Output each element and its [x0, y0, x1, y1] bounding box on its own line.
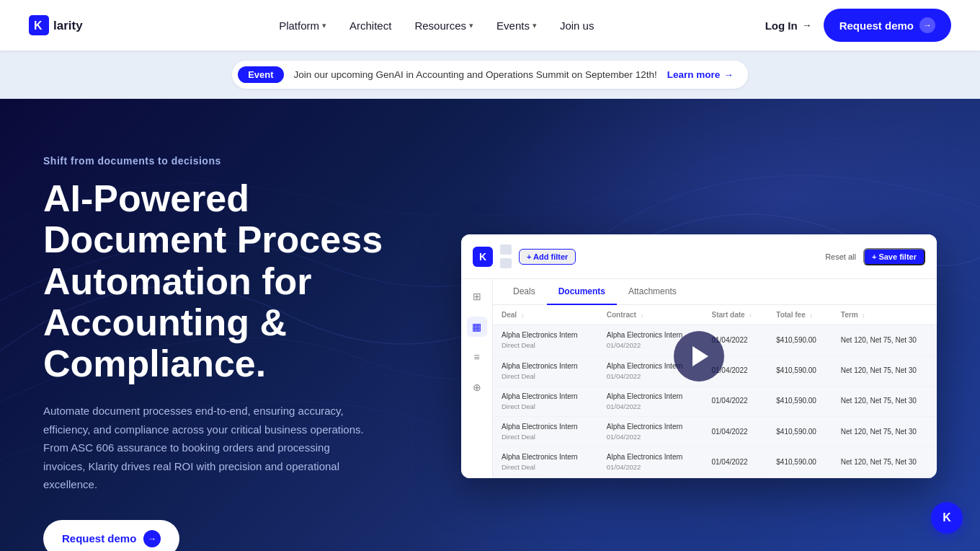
cell-total-fee: $410,590.00	[767, 325, 832, 356]
dashboard-tabs: Deals Documents Attachments	[493, 279, 937, 305]
hero-section: Shift from documents to decisions AI-Pow…	[0, 99, 980, 551]
tab-deals[interactable]: Deals	[502, 279, 547, 305]
tab-attachments[interactable]: Attachments	[617, 279, 688, 305]
chevron-down-icon: ▾	[533, 21, 537, 30]
nav-links: Platform ▾ Architect Resources ▾ Events …	[279, 19, 594, 32]
event-badge: Event	[238, 66, 283, 83]
table-row[interactable]: Alpha Electronics Intern Direct Deal Alp…	[493, 417, 937, 447]
col-total-fee: Total fee ↕	[767, 305, 832, 325]
cell-term: Net 120, Net 75, Net 30	[832, 356, 937, 386]
hero-body: Automate document processes end-to-end, …	[43, 402, 375, 494]
table-row[interactable]: Alpha Electronics Intern Direct Deal Alp…	[493, 447, 937, 477]
hero-content: Shift from documents to decisions AI-Pow…	[43, 155, 425, 551]
nav-platform[interactable]: Platform ▾	[279, 19, 326, 32]
sort-icon: ↕	[521, 312, 524, 319]
cell-contract: Alpha Electronics Intern 01/04/2022	[598, 386, 703, 416]
nav-architect[interactable]: Architect	[349, 19, 391, 32]
chart-icon	[500, 258, 512, 268]
klarity-logo-icon: K	[473, 247, 493, 267]
col-term: Term ↕	[832, 305, 937, 325]
arrow-right-icon: →	[802, 19, 812, 31]
sort-icon: ↕	[862, 312, 865, 319]
sidebar-icon-chart[interactable]: ≡	[467, 347, 487, 367]
nav-resources[interactable]: Resources ▾	[414, 19, 473, 32]
cell-deal: Alpha Electronics Intern Direct Deal	[493, 417, 598, 447]
brand-logo[interactable]: K larity	[29, 14, 108, 37]
cell-start-date: 01/04/2022	[703, 386, 767, 416]
hero-title: AI-Powered Document Process Automation f…	[43, 178, 425, 384]
sort-icon: ↕	[809, 312, 812, 319]
login-button[interactable]: Log In →	[765, 19, 812, 32]
nav-join-us[interactable]: Join us	[560, 19, 594, 32]
sidebar-icon-attach[interactable]: ⊕	[467, 377, 487, 397]
add-filter-button[interactable]: + Add filter	[519, 249, 576, 265]
cell-total-fee: $410,590.00	[767, 356, 832, 386]
cell-term: Net 120, Net 75, Net 30	[832, 386, 937, 416]
col-contract: Contract ↕	[598, 305, 703, 325]
arrow-right-icon: →	[723, 69, 734, 80]
cell-contract: Alpha Electronics Intern 01/04/2022	[598, 447, 703, 477]
documents-table: Deal ↕ Contract ↕ Start date ↕	[493, 305, 937, 477]
dashboard-preview: K + Add filter Reset all + Save filter	[454, 234, 937, 477]
table-row[interactable]: Alpha Electronics Intern Direct Deal Alp…	[493, 386, 937, 416]
learn-more-link[interactable]: Learn more →	[667, 69, 734, 80]
cell-deal: Alpha Electronics Intern Direct Deal	[493, 325, 598, 356]
cell-total-fee: $410,590.00	[767, 417, 832, 447]
tab-documents[interactable]: Documents	[547, 279, 617, 305]
sort-icon: ↕	[641, 312, 643, 319]
cell-start-date: 01/04/2022	[703, 447, 767, 477]
nav-actions: Log In → Request demo →	[765, 9, 951, 42]
cell-start-date: 01/04/2022	[703, 417, 767, 447]
hero-demo-button[interactable]: Request demo →	[43, 520, 179, 551]
banner-inner: Event Join our upcoming GenAI in Account…	[232, 61, 748, 89]
play-triangle-icon	[692, 346, 708, 366]
play-button[interactable]	[674, 331, 724, 382]
col-start-date: Start date ↕	[703, 305, 767, 325]
arrow-circle-icon: →	[143, 530, 161, 547]
chat-bubble[interactable]: K	[931, 502, 963, 534]
chevron-down-icon: ▾	[469, 21, 473, 30]
nav-events[interactable]: Events ▾	[496, 19, 537, 32]
sort-icon: ↕	[749, 312, 752, 319]
request-demo-button[interactable]: Request demo →	[824, 9, 951, 42]
dashboard-main: Deals Documents Attachments Deal ↕	[493, 279, 937, 477]
cell-total-fee: $410,590.00	[767, 447, 832, 477]
cell-term: Net 120, Net 75, Net 30	[832, 447, 937, 477]
cell-term: Net 120, Net 75, Net 30	[832, 325, 937, 356]
cell-deal: Alpha Electronics Intern Direct Deal	[493, 356, 598, 386]
klarity-wordmark: K larity	[29, 14, 108, 37]
sidebar-nav-icons	[500, 242, 512, 271]
cell-contract: Alpha Electronics Intern 01/04/2022	[598, 417, 703, 447]
svg-text:K: K	[34, 19, 43, 32]
dashboard-toolbar: K + Add filter Reset all + Save filter	[461, 234, 937, 279]
grid-icon	[500, 244, 512, 255]
col-deal: Deal ↕	[493, 305, 598, 325]
cell-deal: Alpha Electronics Intern Direct Deal	[493, 386, 598, 416]
hero-eyebrow: Shift from documents to decisions	[43, 155, 425, 167]
event-banner: Event Join our upcoming GenAI in Account…	[0, 50, 980, 99]
toolbar-left: K + Add filter	[473, 242, 576, 271]
arrow-circle-icon: →	[919, 17, 935, 33]
dashboard-frame: K + Add filter Reset all + Save filter	[461, 234, 937, 477]
navigation: K larity Platform ▾ Architect Resources …	[0, 0, 980, 50]
dashboard-sidebar: ⊞ ▦ ≡ ⊕	[461, 279, 493, 477]
banner-text: Join our upcoming GenAI in Accounting an…	[294, 69, 657, 80]
cell-total-fee: $410,590.00	[767, 386, 832, 416]
save-filter-button[interactable]: + Save filter	[863, 248, 925, 265]
cell-deal: Alpha Electronics Intern Direct Deal	[493, 447, 598, 477]
cell-term: Net 120, Net 75, Net 30	[832, 417, 937, 447]
chevron-down-icon: ▾	[322, 21, 326, 30]
svg-text:larity: larity	[53, 19, 83, 32]
toolbar-right: Reset all + Save filter	[825, 248, 925, 265]
sidebar-icon-docs[interactable]: ▦	[467, 317, 487, 337]
sidebar-icon-home[interactable]: ⊞	[467, 286, 487, 307]
reset-all-button[interactable]: Reset all	[825, 252, 856, 261]
